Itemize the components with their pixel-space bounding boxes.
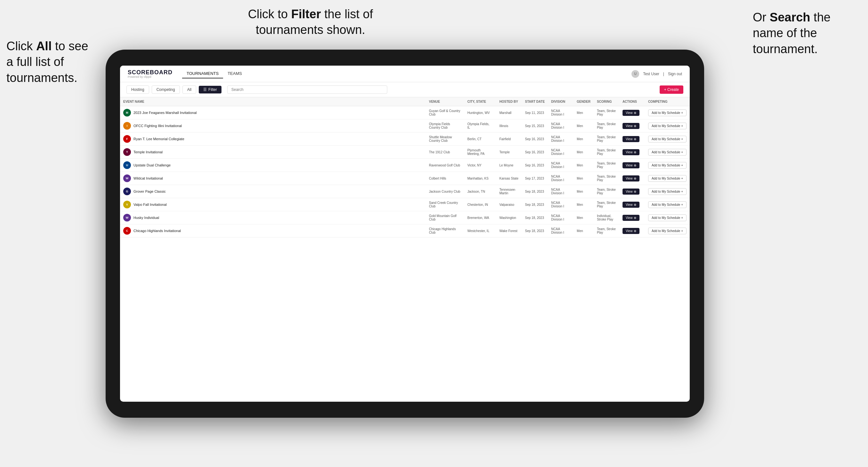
signout-link[interactable]: Sign out bbox=[668, 72, 682, 76]
hosted-cell-4: Le Moyne bbox=[496, 159, 522, 172]
table-header-row: EVENT NAME VENUE CITY, STATE HOSTED BY S… bbox=[120, 97, 690, 106]
view-button-3[interactable]: View ⊕ bbox=[622, 149, 640, 155]
scoring-cell-6: Team, Stroke Play bbox=[594, 185, 619, 198]
date-cell-5: Sep 17, 2023 bbox=[522, 172, 548, 185]
division-cell-9: NCAA Division I bbox=[548, 224, 574, 238]
hosted-cell-3: Temple bbox=[496, 146, 522, 159]
col-header-date: START DATE bbox=[522, 97, 548, 106]
event-name-cell-0: M 2023 Joe Feaganes Marshall Invitationa… bbox=[120, 106, 426, 119]
event-name-cell-5: W Wildcat Invitational bbox=[120, 172, 426, 185]
view-button-5[interactable]: View ⊕ bbox=[622, 176, 640, 182]
city-cell-1: Olympia Fields, IL bbox=[464, 119, 496, 132]
add-schedule-button-2[interactable]: Add to My Schedule + bbox=[648, 136, 686, 143]
annotation-left: Click All to see a full list of tourname… bbox=[6, 38, 96, 86]
hosted-cell-1: Illinois bbox=[496, 119, 522, 132]
col-header-hosted: HOSTED BY bbox=[496, 97, 522, 106]
tab-hosting[interactable]: Hosting bbox=[126, 86, 149, 94]
event-name-cell-1: I OFCC Fighting Illini Invitational bbox=[120, 119, 426, 132]
venue-cell-0: Guyan Golf & Country Club bbox=[426, 106, 464, 119]
city-cell-8: Bremerton, WA bbox=[464, 211, 496, 224]
nav-tournaments[interactable]: TOURNAMENTS bbox=[182, 69, 223, 79]
add-schedule-button-7[interactable]: Add to My Schedule + bbox=[648, 201, 686, 208]
gender-cell-2: Men bbox=[574, 132, 594, 146]
add-schedule-button-3[interactable]: Add to My Schedule + bbox=[648, 149, 686, 156]
competing-cell-5: Add to My Schedule + bbox=[645, 172, 690, 185]
col-header-event: EVENT NAME bbox=[120, 97, 426, 106]
col-header-city: CITY, STATE bbox=[464, 97, 496, 106]
col-header-actions: ACTIONS bbox=[619, 97, 645, 106]
date-cell-1: Sep 15, 2023 bbox=[522, 119, 548, 132]
event-name-5: Wildcat Invitational bbox=[133, 176, 163, 180]
nav-teams[interactable]: TEAMS bbox=[223, 69, 246, 79]
date-cell-2: Sep 16, 2023 bbox=[522, 132, 548, 146]
gender-cell-5: Men bbox=[574, 172, 594, 185]
hosted-cell-5: Kansas State bbox=[496, 172, 522, 185]
search-input[interactable] bbox=[227, 86, 387, 94]
tablet-frame: SCOREBOARD Powered by clippd TOURNAMENTS… bbox=[105, 50, 704, 418]
event-name-cell-9: C Chicago Highlands Invitational bbox=[120, 224, 426, 238]
tab-competing[interactable]: Competing bbox=[152, 86, 180, 94]
team-logo-9: C bbox=[123, 227, 131, 235]
team-logo-2: F bbox=[123, 135, 131, 143]
table-body: M 2023 Joe Feaganes Marshall Invitationa… bbox=[120, 106, 690, 238]
gender-cell-0: Men bbox=[574, 106, 594, 119]
col-header-venue: VENUE bbox=[426, 97, 464, 106]
add-schedule-button-8[interactable]: Add to My Schedule + bbox=[648, 214, 686, 221]
event-name-3: Temple Invitational bbox=[133, 150, 163, 154]
date-cell-9: Sep 18, 2023 bbox=[522, 224, 548, 238]
view-button-4[interactable]: View ⊕ bbox=[622, 162, 640, 168]
filter-button[interactable]: ☰ Filter bbox=[199, 86, 221, 93]
gender-cell-7: Men bbox=[574, 198, 594, 211]
view-button-2[interactable]: View ⊕ bbox=[622, 136, 640, 142]
view-button-0[interactable]: View ⊕ bbox=[622, 110, 640, 116]
tab-all[interactable]: All bbox=[182, 86, 196, 94]
event-name-0: 2023 Joe Feaganes Marshall Invitational bbox=[133, 111, 197, 115]
scoring-cell-0: Team, Stroke Play bbox=[594, 106, 619, 119]
event-name-cell-2: F Ryan T. Lee Memorial Collegiate bbox=[120, 132, 426, 146]
add-schedule-button-9[interactable]: Add to My Schedule + bbox=[648, 227, 686, 234]
actions-cell-9: View ⊕ bbox=[619, 224, 645, 238]
competing-cell-9: Add to My Schedule + bbox=[645, 224, 690, 238]
col-header-scoring: SCORING bbox=[594, 97, 619, 106]
nav-links: TOURNAMENTS TEAMS bbox=[182, 69, 246, 79]
gender-cell-9: Men bbox=[574, 224, 594, 238]
view-button-7[interactable]: View ⊕ bbox=[622, 201, 640, 208]
event-name-6: Grover Page Classic bbox=[133, 189, 166, 193]
view-icon-6: ⊕ bbox=[634, 190, 636, 193]
table-row: U Upstate Dual Challenge Ravenwood Golf … bbox=[120, 159, 690, 172]
nav-separator: | bbox=[663, 72, 664, 76]
user-name: Test User bbox=[643, 72, 659, 76]
date-cell-4: Sep 16, 2023 bbox=[522, 159, 548, 172]
table-row: C Chicago Highlands Invitational Chicago… bbox=[120, 224, 690, 238]
date-cell-6: Sep 18, 2023 bbox=[522, 185, 548, 198]
add-schedule-button-0[interactable]: Add to My Schedule + bbox=[648, 110, 686, 116]
hosted-cell-7: Valparaiso bbox=[496, 198, 522, 211]
city-cell-4: Victor, NY bbox=[464, 159, 496, 172]
add-schedule-button-5[interactable]: Add to My Schedule + bbox=[648, 175, 686, 182]
view-button-6[interactable]: View ⊕ bbox=[622, 189, 640, 195]
date-cell-7: Sep 18, 2023 bbox=[522, 198, 548, 211]
event-name-9: Chicago Highlands Invitational bbox=[133, 229, 181, 233]
team-logo-6: G bbox=[123, 188, 131, 195]
view-button-1[interactable]: View ⊕ bbox=[622, 123, 640, 129]
view-button-9[interactable]: View ⊕ bbox=[622, 228, 640, 234]
actions-cell-5: View ⊕ bbox=[619, 172, 645, 185]
view-button-8[interactable]: View ⊕ bbox=[622, 215, 640, 221]
create-button[interactable]: + Create bbox=[660, 86, 683, 94]
add-schedule-button-6[interactable]: Add to My Schedule + bbox=[648, 188, 686, 195]
annotation-top: Click to Filter the list of tournaments … bbox=[218, 6, 403, 38]
add-schedule-button-1[interactable]: Add to My Schedule + bbox=[648, 123, 686, 129]
venue-cell-8: Gold Mountain Golf Club bbox=[426, 211, 464, 224]
division-cell-4: NCAA Division I bbox=[548, 159, 574, 172]
add-schedule-button-4[interactable]: Add to My Schedule + bbox=[648, 162, 686, 169]
table-row: T Temple Invitational The 1912 Club Plym… bbox=[120, 146, 690, 159]
scoring-cell-2: Team, Stroke Play bbox=[594, 132, 619, 146]
logo-area: SCOREBOARD Powered by clippd bbox=[128, 69, 173, 79]
team-logo-4: U bbox=[123, 161, 131, 169]
division-cell-8: NCAA Division I bbox=[548, 211, 574, 224]
date-cell-8: Sep 18, 2023 bbox=[522, 211, 548, 224]
table-row: W Husky Individual Gold Mountain Golf Cl… bbox=[120, 211, 690, 224]
view-icon-8: ⊕ bbox=[634, 216, 636, 220]
view-icon-3: ⊕ bbox=[634, 150, 636, 154]
actions-cell-1: View ⊕ bbox=[619, 119, 645, 132]
